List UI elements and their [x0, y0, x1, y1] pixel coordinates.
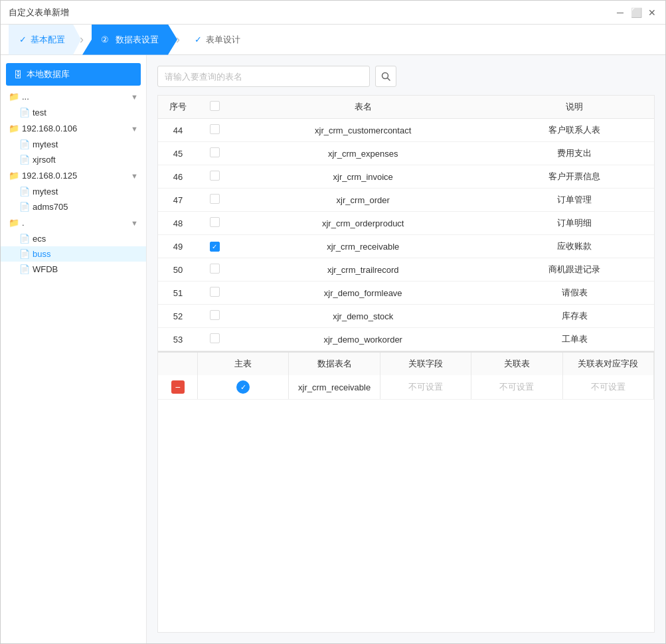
row-checkbox[interactable]: [210, 333, 220, 343]
tree-item-test[interactable]: 📄 test: [1, 105, 146, 120]
search-button[interactable]: [375, 66, 396, 87]
database-icon: 🗄: [14, 70, 23, 80]
cell-tablename: xjr_crm_order: [231, 189, 495, 212]
sidebar: 🗄 本地数据库 📁 ... ▼ 📄 test 📁 192.168.0.106 ▼…: [1, 55, 147, 643]
tree-item-mytest1[interactable]: 📄 mytest: [1, 137, 146, 152]
folder-icon-106: 📁: [9, 123, 19, 133]
close-button[interactable]: ✕: [647, 7, 657, 18]
folder-icon-125: 📁: [9, 171, 19, 181]
sidebar-header[interactable]: 🗄 本地数据库: [6, 63, 141, 86]
tree-item-ecs[interactable]: 📄 ecs: [1, 231, 146, 246]
main-content: 序号 表名 说明 44xjr_crm_customercontact客户联系人表…: [147, 55, 665, 643]
table-row: 44xjr_crm_customercontact客户联系人表: [158, 119, 654, 142]
cell-checkbox: [198, 235, 231, 258]
cell-tablename: xjr_demo_formleave: [231, 282, 495, 305]
table-row: 46xjr_crm_invoice客户开票信息: [158, 165, 654, 189]
main-table-check[interactable]: ✓: [236, 380, 250, 394]
cell-index: 49: [158, 235, 198, 258]
cell-index: 50: [158, 258, 198, 282]
row-checkbox[interactable]: [210, 147, 220, 157]
cell-checkbox: [198, 119, 231, 142]
sub-row-main-check[interactable]: ✓: [198, 375, 289, 399]
tree-item-wfdb-label: WFDB: [33, 264, 58, 274]
tree-item-wfdb[interactable]: 📄 WFDB: [1, 262, 146, 277]
tab-design-check: ✓: [195, 35, 202, 44]
cell-tablename: xjr_crm_trailrecord: [231, 258, 495, 282]
cell-index: 53: [158, 328, 198, 351]
tab-basic-check: ✓: [19, 35, 27, 44]
col-header-index: 序号: [158, 96, 198, 119]
cell-checkbox: [198, 305, 231, 328]
search-bar: [157, 66, 655, 87]
tree-item-adms705[interactable]: 📄 adms705: [1, 199, 146, 214]
remove-row-button[interactable]: −: [171, 380, 185, 394]
expand-icon-106: ▼: [131, 125, 138, 133]
tree-folder-dot[interactable]: 📁 . ▼: [1, 214, 146, 231]
minimize-button[interactable]: ─: [615, 7, 625, 18]
row-checkbox[interactable]: [210, 310, 220, 320]
col-header-name: 表名: [231, 96, 495, 119]
cell-tablename: xjr_crm_invoice: [231, 165, 495, 189]
folder-icon-dot: 📁: [9, 218, 19, 228]
cell-desc: 商机跟进记录: [495, 258, 654, 282]
tree-item-xjrsoft[interactable]: 📄 xjrsoft: [1, 152, 146, 167]
tree-item-buss[interactable]: 📄 buss: [1, 246, 146, 262]
cell-tablename: xjr_crm_customercontact: [231, 119, 495, 142]
file-icon-mytest1: 📄: [19, 139, 30, 149]
file-icon-buss: 📄: [19, 249, 30, 259]
tree-folder-106[interactable]: 📁 192.168.0.106 ▼: [1, 120, 146, 137]
sub-col-linkfield: 关联字段: [380, 353, 471, 375]
cell-desc: 应收账款: [495, 235, 654, 258]
expand-icon-dot: ▼: [131, 219, 138, 227]
cell-desc: 工单表: [495, 328, 654, 351]
sub-row-tablename: xjr_crm_receivable: [289, 375, 380, 399]
row-checkbox[interactable]: [210, 264, 220, 274]
tree-item-test-label: test: [33, 108, 46, 118]
sub-col-linkfield2: 关联表对应字段: [563, 353, 654, 375]
table-row: 48xjr_crm_orderproduct订单明细: [158, 212, 654, 235]
cell-index: 45: [158, 142, 198, 165]
tree-item-mytest1-label: mytest: [33, 139, 58, 149]
cell-desc: 订单明细: [495, 212, 654, 235]
cell-desc: 库存表: [495, 305, 654, 328]
row-checkbox[interactable]: [210, 242, 220, 252]
cell-index: 52: [158, 305, 198, 328]
file-icon: 📄: [19, 108, 30, 118]
file-icon-xjrsoft: 📄: [19, 155, 30, 165]
row-checkbox[interactable]: [210, 194, 220, 204]
cell-checkbox: [198, 165, 231, 189]
tab-design[interactable]: ✓ 表单设计: [179, 25, 256, 55]
search-icon: [381, 72, 390, 81]
tree-folder-125[interactable]: 📁 192.168.0.125 ▼: [1, 167, 146, 184]
table-row: 52xjr_demo_stock库存表: [158, 305, 654, 328]
tab-data[interactable]: ② 数据表设置: [82, 25, 177, 55]
search-input[interactable]: [157, 66, 370, 87]
select-all-checkbox[interactable]: [210, 101, 220, 111]
data-table: 序号 表名 说明 44xjr_crm_customercontact客户联系人表…: [158, 96, 654, 351]
row-checkbox[interactable]: [210, 124, 220, 134]
tree-folder-root[interactable]: 📁 ... ▼: [1, 88, 146, 105]
tab-basic[interactable]: ✓ 基本配置: [9, 25, 81, 55]
table-row: 50xjr_crm_trailrecord商机跟进记录: [158, 258, 654, 282]
tab-basic-label: 基本配置: [31, 34, 65, 46]
row-checkbox[interactable]: [210, 171, 220, 181]
table-row: 53xjr_demo_workorder工单表: [158, 328, 654, 351]
cell-checkbox: [198, 328, 231, 351]
row-checkbox[interactable]: [210, 287, 220, 297]
table-row: 47xjr_crm_order订单管理: [158, 189, 654, 212]
tree-folder-106-label: 192.168.0.106: [22, 123, 128, 133]
tab-bar: ✓ 基本配置 › ② 数据表设置 › ✓ 表单设计: [1, 25, 665, 55]
tab-data-label: 数据表设置: [116, 34, 159, 46]
sub-row-delete-btn[interactable]: −: [158, 375, 198, 399]
tree-item-mytest2[interactable]: 📄 mytest: [1, 184, 146, 199]
cell-checkbox: [198, 142, 231, 165]
cell-tablename: xjr_demo_workorder: [231, 328, 495, 351]
row-checkbox[interactable]: [210, 217, 220, 227]
cell-desc: 订单管理: [495, 189, 654, 212]
content-area: 🗄 本地数据库 📁 ... ▼ 📄 test 📁 192.168.0.106 ▼…: [1, 55, 665, 643]
tree-item-mytest2-label: mytest: [33, 187, 58, 197]
data-table-container: 序号 表名 说明 44xjr_crm_customercontact客户联系人表…: [157, 95, 655, 633]
tree-folder-125-label: 192.168.0.125: [22, 171, 128, 181]
maximize-button[interactable]: ⬜: [631, 7, 641, 18]
col-header-check: [198, 96, 231, 119]
